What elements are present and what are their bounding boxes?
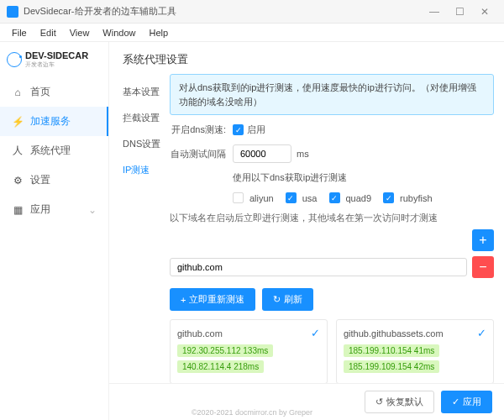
logo-text: DEV-SIDECAR xyxy=(25,50,88,60)
user-icon: 人 xyxy=(12,145,24,157)
info-alert: 对从dns获取到的ip进行测速，使用速度最快的ip进行访问。（对使用增强功能的域… xyxy=(170,74,494,115)
provider-checkbox-usa[interactable]: ✓ xyxy=(286,192,297,203)
tab-list: 基本设置 拦截设置 DNS设置 IP测速 xyxy=(119,74,170,383)
interval-unit: ms xyxy=(297,149,309,159)
gear-icon: ⚙ xyxy=(12,175,24,186)
result-domain: github.githubassets.com xyxy=(344,328,444,339)
domain-input[interactable] xyxy=(170,258,467,276)
interval-label: 自动测试间隔 xyxy=(170,148,233,160)
apply-button[interactable]: ✓应用 xyxy=(441,391,492,413)
grid-icon: ▦ xyxy=(12,204,24,216)
menu-window[interactable]: Window xyxy=(96,28,142,38)
enable-checkbox[interactable]: ✓ xyxy=(233,124,244,135)
copyright: ©2020-2021 docmirror.cn by Greper xyxy=(192,408,312,417)
refresh-button[interactable]: ↻刷新 xyxy=(262,288,313,311)
plus-icon: + xyxy=(181,295,186,305)
remove-domain-button[interactable]: − xyxy=(472,256,494,278)
check-icon: ✓ xyxy=(452,396,459,407)
ip-pill: 192.30.255.112 133ms xyxy=(177,344,273,357)
page-title: 系统代理设置 xyxy=(109,42,504,74)
refresh-icon: ↻ xyxy=(273,294,281,305)
result-domain: github.com xyxy=(177,328,223,339)
ip-pill: 140.82.114.4 218ms xyxy=(177,360,264,373)
enable-label: 开启dns测速: xyxy=(170,123,233,136)
window-title: DevSidecar-给开发者的边车辅助工具 xyxy=(24,5,422,18)
menu-help[interactable]: Help xyxy=(142,28,175,38)
app-icon xyxy=(7,6,18,18)
bolt-icon: ⚡ xyxy=(12,116,24,128)
add-domain-button[interactable]: + xyxy=(472,229,494,251)
titlebar: DevSidecar-给开发者的边车辅助工具 — ☐ ✕ xyxy=(0,0,504,24)
tab-dns[interactable]: DNS设置 xyxy=(119,131,170,157)
maximize-button[interactable]: ☐ xyxy=(447,6,472,18)
enable-text: 启用 xyxy=(247,123,265,136)
menu-view[interactable]: View xyxy=(63,28,97,38)
close-button[interactable]: ✕ xyxy=(472,6,497,18)
dns-hint: 使用以下dns获取ip进行测速 xyxy=(233,171,347,184)
provider-label: usa xyxy=(302,193,318,203)
sidebar-item-label: 首页 xyxy=(30,85,50,99)
provider-label: aliyun xyxy=(249,193,274,203)
domain-hint: 以下域名在启动后立即进行测速，其他域名在第一次访问时才测速 xyxy=(170,212,494,224)
home-icon: ⌂ xyxy=(12,87,24,98)
tab-intercept[interactable]: 拦截设置 xyxy=(119,105,170,131)
logo-sub: 开发者边车 xyxy=(25,60,88,69)
undo-icon: ↺ xyxy=(375,396,383,407)
sidebar-item-accelerate[interactable]: ⚡ 加速服务 xyxy=(0,107,108,136)
check-icon: ✓ xyxy=(477,327,486,339)
sidebar-item-label: 设置 xyxy=(30,173,50,187)
sidebar-item-apps[interactable]: ▦ 应用 ⌄ xyxy=(0,195,108,224)
provider-checkbox-aliyun[interactable] xyxy=(233,192,244,203)
menu-edit[interactable]: Edit xyxy=(34,28,63,38)
menu-file[interactable]: File xyxy=(5,28,34,38)
sidebar-item-settings[interactable]: ⚙ 设置 xyxy=(0,165,108,195)
tab-basic[interactable]: 基本设置 xyxy=(119,79,170,105)
sidebar-item-label: 系统代理 xyxy=(30,144,71,158)
ip-pill: 185.199.110.154 41ms xyxy=(344,344,439,357)
sidebar-item-home[interactable]: ⌂ 首页 xyxy=(0,77,108,107)
provider-label: rubyfish xyxy=(400,193,433,203)
tab-ipspeed[interactable]: IP测速 xyxy=(119,157,170,183)
restore-button[interactable]: ↺恢复默认 xyxy=(365,391,434,413)
sidebar-item-label: 加速服务 xyxy=(30,114,71,129)
result-card: github.githubassets.com ✓ 185.199.110.15… xyxy=(336,319,494,383)
menubar: File Edit View Window Help xyxy=(0,24,504,42)
chevron-down-icon: ⌄ xyxy=(88,204,97,216)
logo-icon xyxy=(7,52,22,67)
provider-checkbox-quad9[interactable]: ✓ xyxy=(329,192,340,203)
sidebar-item-proxy[interactable]: 人 系统代理 xyxy=(0,136,108,165)
sidebar: DEV-SIDECAR 开发者边车 ⌂ 首页 ⚡ 加速服务 人 系统代理 ⚙ 设… xyxy=(0,42,109,420)
check-icon: ✓ xyxy=(311,327,320,339)
sidebar-item-label: 应用 xyxy=(30,202,50,217)
minimize-button[interactable]: — xyxy=(422,6,447,18)
provider-checkbox-rubyfish[interactable]: ✓ xyxy=(383,192,394,203)
provider-label: quad9 xyxy=(346,193,372,203)
result-card: github.com ✓ 192.30.255.112 133ms 140.82… xyxy=(170,319,328,383)
ip-pill: 185.199.109.154 42ms xyxy=(344,360,439,373)
interval-input[interactable] xyxy=(233,144,291,163)
retest-button[interactable]: +立即重新测速 xyxy=(170,288,255,311)
logo: DEV-SIDECAR 开发者边车 xyxy=(0,42,108,77)
